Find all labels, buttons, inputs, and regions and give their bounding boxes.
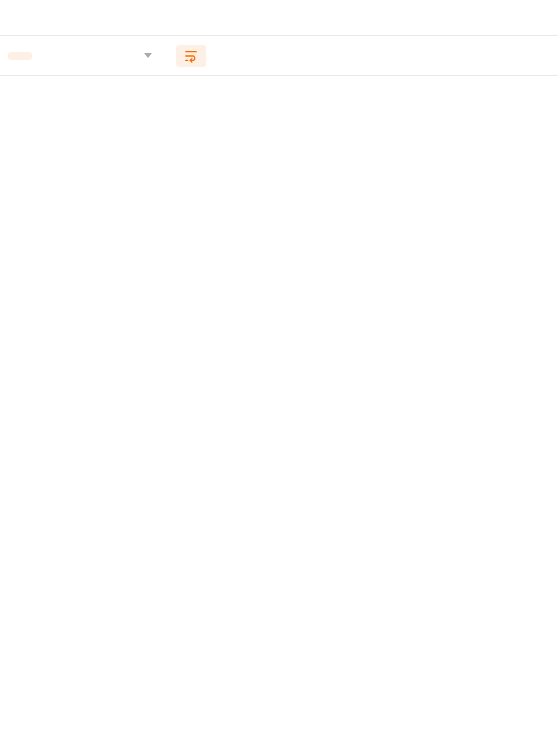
toolbar	[0, 36, 558, 76]
word-wrap-icon	[184, 49, 198, 63]
beautify-button[interactable]	[8, 52, 32, 60]
tab-body[interactable]	[0, 0, 24, 36]
tab-cookie[interactable]	[24, 0, 48, 36]
tab-test-result[interactable]	[72, 0, 96, 36]
preview-button[interactable]	[64, 52, 88, 60]
visualize-button[interactable]	[92, 52, 116, 60]
raw-button[interactable]	[36, 52, 60, 60]
wrap-toggle-button[interactable]	[176, 45, 206, 67]
chevron-down-icon	[144, 53, 152, 58]
response-tabs	[0, 0, 558, 36]
tab-header[interactable]	[48, 0, 72, 36]
format-dropdown[interactable]	[128, 49, 162, 62]
